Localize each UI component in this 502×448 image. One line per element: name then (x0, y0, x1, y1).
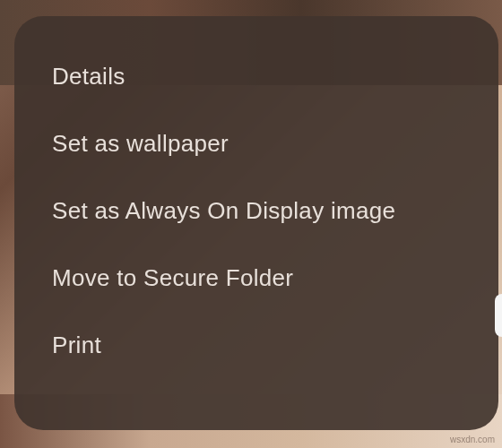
menu-item-set-wallpaper[interactable]: Set as wallpaper (14, 110, 498, 177)
watermark-text: wsxdn.com (450, 435, 495, 444)
menu-item-move-secure-folder[interactable]: Move to Secure Folder (14, 245, 498, 312)
menu-item-set-aod-image[interactable]: Set as Always On Display image (14, 177, 498, 245)
menu-item-print[interactable]: Print (14, 312, 498, 379)
menu-item-details[interactable]: Details (14, 43, 498, 110)
scrollbar-handle[interactable] (495, 294, 502, 337)
context-menu: Details Set as wallpaper Set as Always O… (14, 16, 498, 430)
